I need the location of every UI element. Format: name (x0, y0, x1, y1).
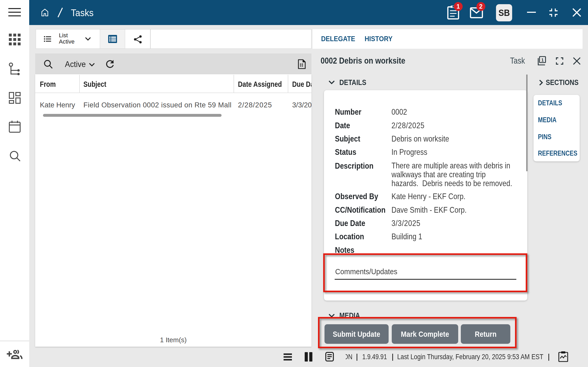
svg-text:1: 1 (541, 58, 544, 63)
